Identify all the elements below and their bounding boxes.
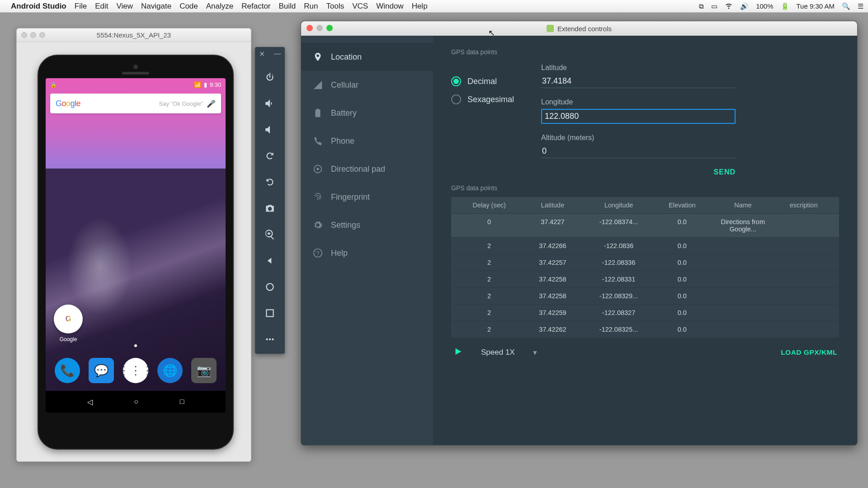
power-icon[interactable] [261,66,279,89]
volume-down-icon[interactable] [261,118,279,141]
menu-analyze[interactable]: Analyze [206,2,233,11]
menu-edit[interactable]: Edit [95,2,108,11]
altitude-label: Altitude (meters) [541,134,736,142]
menu-vcs[interactable]: VCS [352,2,368,11]
load-gpx-button[interactable]: LOAD GPX/KML [781,348,837,357]
menu-navigate[interactable]: Navigate [141,2,171,11]
emulator-title: 5554:Nexus_5X_API_23 [97,31,171,39]
search-hint: Say "Ok Google" [80,100,203,107]
menu-view[interactable]: View [116,2,133,11]
category-battery[interactable]: Battery [301,99,433,127]
table-row[interactable]: 037.4227-122.08374...0.0Directions from … [451,213,839,237]
overview-button[interactable]: □ [180,398,184,406]
browser-app-icon[interactable]: 🌐 [157,358,183,383]
back-button[interactable]: ◁ [87,398,93,406]
android-statusbar: 🔒 📶 ▮ 9:30 [46,78,226,91]
phone-app-icon[interactable]: 📞 [55,358,80,383]
extended-controls-titlebar[interactable]: Extended controls [301,21,857,36]
table-row[interactable]: 237.42258-122.08329...0.0 [451,287,839,304]
menu-help[interactable]: Help [412,2,428,11]
category-location[interactable]: Location [301,43,433,71]
home-icon[interactable] [261,275,279,299]
page-indicator [134,344,137,347]
table-row[interactable]: 237.42257-122.083360.0 [451,254,839,271]
spotlight-icon[interactable]: 🔍 [842,2,850,10]
volume-up-icon[interactable] [261,92,279,115]
emulator-toolbar: ✕ — [255,47,285,354]
lock-icon: 🔒 [50,82,57,88]
latitude-label: Latitude [541,64,736,72]
battery-icon: 🔋 [781,2,789,10]
rotate-right-icon[interactable] [261,170,279,194]
toolbar-minimize-icon[interactable]: — [274,50,281,58]
window-traffic-lights[interactable] [307,25,333,31]
menu-run[interactable]: Run [304,2,318,11]
category-fingerprint[interactable]: Fingerprint [301,183,433,211]
table-row[interactable]: 237.42266-122.08360.0 [451,237,839,254]
playback-bar: Speed 1X▾ LOAD GPX/KML [451,344,839,361]
category-phone[interactable]: Phone [301,127,433,155]
macos-menubar: Android Studio File Edit View Navigate C… [0,0,868,13]
table-row[interactable]: 237.42262-122.08325...0.0 [451,321,839,338]
gps-data-table: Delay (sec)LatitudeLongitudeElevationNam… [451,197,839,338]
menu-build[interactable]: Build [279,2,296,11]
send-button[interactable]: SEND [714,168,736,176]
speed-selector[interactable]: Speed 1X▾ [481,348,537,357]
play-button[interactable] [453,347,463,358]
svg-point-0 [266,283,273,290]
menu-window[interactable]: Window [376,2,403,11]
toolbar-close-icon[interactable]: ✕ [259,50,265,58]
device-screen[interactable]: 🔒 📶 ▮ 9:30 Google Say "Ok Google" 🎤 G Go… [46,78,226,413]
emulator-window: 5554:Nexus_5X_API_23 🔒 📶 ▮ 9:30 Google S… [16,28,251,462]
radio-sexagesimal[interactable]: Sexagesimal [451,94,514,104]
menu-tools[interactable]: Tools [326,2,344,11]
screenshare-icon[interactable]: ⧉ [699,2,704,10]
menu-file[interactable]: File [75,2,87,11]
app-name[interactable]: Android Studio [11,2,66,11]
latitude-input[interactable] [541,75,736,88]
table-row[interactable]: 237.42259-122.083270.0 [451,304,839,321]
svg-rect-1 [266,310,273,316]
overview-icon[interactable] [261,301,279,325]
camera-app-icon[interactable]: 📷 [191,358,217,383]
notification-center-icon[interactable]: ☰ [858,2,863,10]
wifi-icon[interactable] [725,1,733,11]
extended-controls-app-icon [547,25,554,32]
svg-point-6 [316,168,319,170]
camera-icon[interactable] [261,197,279,220]
extended-controls-title: Extended controls [557,25,612,33]
svg-point-3 [269,338,271,340]
more-icon[interactable] [261,328,279,351]
category-help[interactable]: ?Help [301,239,433,267]
category-dpad[interactable]: Directional pad [301,155,433,183]
menu-code[interactable]: Code [179,2,198,11]
chevron-down-icon: ▾ [533,348,537,357]
app-drawer-icon[interactable]: ⋮⋮⋮ [123,358,148,383]
google-search-bar[interactable]: Google Say "Ok Google" 🎤 [50,94,221,113]
messages-app-icon[interactable]: 💬 [89,358,114,383]
category-cellular[interactable]: Cellular [301,71,433,99]
category-settings[interactable]: Settings [301,211,433,239]
longitude-label: Longitude [541,98,736,106]
table-row[interactable]: 237.42258-122.083310.0 [451,271,839,287]
table-header: Delay (sec)LatitudeLongitudeElevationNam… [451,197,839,213]
airplay-icon[interactable]: ▭ [711,2,717,10]
clock[interactable]: Tue 9:30 AM [797,2,835,10]
altitude-input[interactable] [541,145,736,158]
radio-decimal[interactable]: Decimal [451,76,514,86]
google-app-label: Google [54,336,83,343]
window-controls[interactable] [21,32,45,38]
longitude-input[interactable] [541,109,736,124]
status-time: 9:30 [210,81,221,88]
menu-refactor[interactable]: Refactor [241,2,270,11]
mic-icon[interactable]: 🎤 [207,99,216,108]
android-navbar: ◁ ○ □ [46,391,226,413]
rotate-left-icon[interactable] [261,144,279,168]
zoom-icon[interactable] [261,223,279,246]
signal-icon: 📶 [194,81,201,88]
volume-icon[interactable]: 🔊 [740,2,749,10]
home-button[interactable]: ○ [134,398,138,406]
battery-icon: ▮ [204,81,207,88]
back-icon[interactable] [261,249,279,272]
google-app-icon[interactable]: G [54,305,83,333]
